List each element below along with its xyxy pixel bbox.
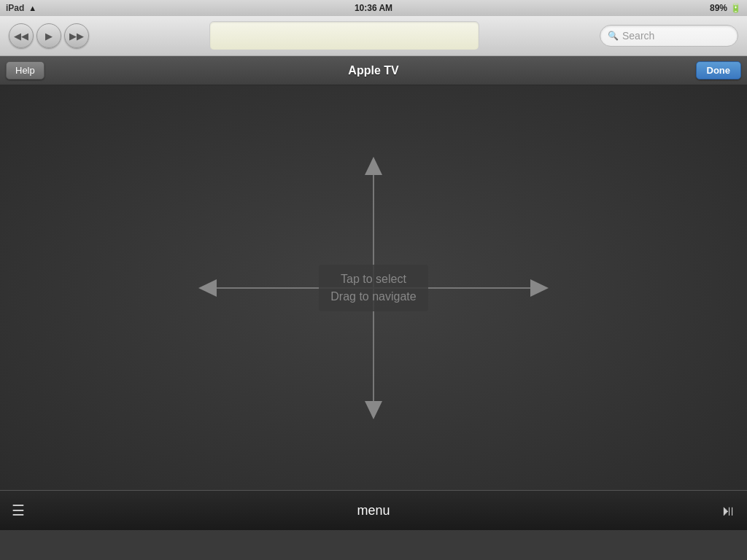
help-button[interactable]: Help (6, 61, 44, 79)
nav-controls: ◀◀ ▶ ▶▶ (9, 23, 89, 48)
battery-label: 89% (710, 3, 727, 13)
apple-logo-box (209, 21, 479, 50)
status-right: 89% 🔋 (710, 3, 741, 13)
search-container[interactable]: 🔍 Search (600, 25, 738, 47)
nav-bar: ◀◀ ▶ ▶▶ 🔍 Search (0, 16, 747, 56)
menu-list-icon: ☰ (12, 502, 25, 519)
search-icon: 🔍 (608, 31, 619, 41)
play-pause-icon: ⏯ (721, 502, 735, 519)
svg-marker-5 (530, 279, 549, 297)
directional-pad[interactable]: Tap to select Drag to navigate (191, 149, 556, 427)
toolbar: Help Apple TV Done (0, 56, 747, 85)
remote-instructions: Tap to select Drag to navigate (319, 265, 427, 311)
play-button[interactable]: ▶ (36, 23, 61, 48)
rewind-icon: ◀◀ (14, 31, 28, 42)
page-title: Apple TV (348, 64, 398, 77)
svg-marker-3 (365, 401, 382, 419)
done-button[interactable]: Done (696, 61, 742, 79)
rewind-button[interactable]: ◀◀ (9, 23, 34, 48)
play-icon: ▶ (45, 31, 53, 42)
device-label: iPad (6, 3, 24, 13)
forward-button[interactable]: ▶▶ (64, 23, 89, 48)
menu-label: menu (357, 503, 390, 518)
nav-logo-container (95, 21, 594, 50)
status-left: iPad ▲ (6, 3, 36, 13)
wifi-icon: ▲ (28, 4, 36, 12)
svg-marker-2 (365, 157, 382, 175)
drag-instruction: Drag to navigate (330, 288, 416, 306)
battery-icon: 🔋 (730, 3, 741, 13)
status-bar: iPad ▲ 10:36 AM 89% 🔋 (0, 0, 747, 16)
svg-marker-4 (198, 279, 217, 297)
search-box[interactable]: 🔍 Search (600, 25, 738, 47)
remote-area[interactable]: Tap to select Drag to navigate (0, 85, 747, 490)
tap-instruction: Tap to select (330, 271, 416, 288)
bottom-bar: ☰ menu ⏯ (0, 490, 747, 530)
forward-icon: ▶▶ (69, 31, 84, 42)
clock: 10:36 AM (355, 3, 392, 13)
search-placeholder: Search (622, 30, 730, 42)
